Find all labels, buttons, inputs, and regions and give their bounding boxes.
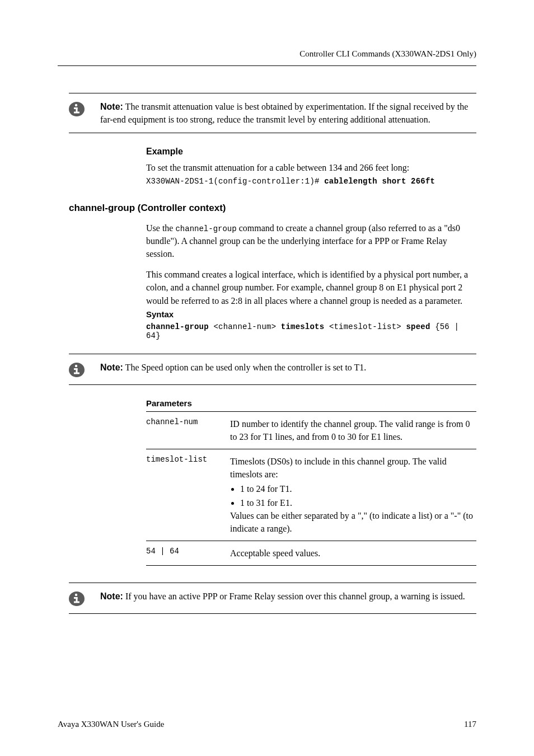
bullet-item: 1 to 31 for E1. [240, 496, 476, 509]
info-icon [69, 591, 85, 607]
note-block-3: Note: If you have an active PPP or Frame… [69, 583, 476, 614]
note-label: Note: [100, 102, 123, 111]
param-desc: Timeslots (DS0s) to include in this chan… [230, 455, 476, 535]
svg-point-1 [75, 104, 77, 106]
syntax-code: channel-group <channel-num> timeslots <t… [146, 322, 476, 340]
note-body: The transmit attenuation value is best o… [100, 102, 468, 124]
svg-point-6 [75, 365, 77, 367]
note-text-2: Note: The Speed option can be used only … [100, 361, 366, 374]
footer-page-number: 117 [464, 720, 476, 729]
parameters-header: Parameters [146, 398, 476, 408]
subsection-title: channel-group (Controller context) [69, 203, 476, 214]
note-label: Note: [100, 363, 123, 372]
subsection-para1: Use the channel-group command to create … [146, 222, 476, 261]
param-desc: ID number to identify the channel group.… [230, 417, 476, 443]
page-header: Controller CLI Commands (X330WAN-2DS1 On… [58, 49, 476, 66]
code-command: cablelength short 266ft [324, 177, 435, 186]
info-icon [69, 362, 85, 378]
footer-left: Avaya X330WAN User's Guide [58, 720, 164, 729]
svg-point-11 [75, 594, 77, 596]
header-title: Controller CLI Commands (X330WAN-2DS1 On… [299, 49, 476, 58]
page-footer: Avaya X330WAN User's Guide 117 [58, 720, 476, 729]
subsection-para2: This command creates a logical interface… [146, 268, 476, 307]
svg-rect-9 [74, 372, 79, 374]
svg-rect-4 [74, 112, 79, 114]
inline-code: channel-group [175, 224, 236, 233]
note-text-1: Note: The transmit attenuation value is … [100, 100, 476, 126]
bullet-item: 1 to 24 for T1. [240, 482, 476, 495]
note-body: The Speed option can be used only when t… [125, 363, 367, 372]
table-row: 54 | 64 Acceptable speed values. [146, 541, 476, 566]
example-code: X330WAN-2DS1-1(config-controller:1)# cab… [146, 177, 476, 186]
param-name: timeslot-list [146, 455, 230, 535]
syntax-header: Syntax [146, 309, 476, 319]
parameters-table: channel-num ID number to identify the ch… [146, 411, 476, 566]
note-block-2: Note: The Speed option can be used only … [69, 354, 476, 385]
param-desc: Acceptable speed values. [230, 547, 476, 560]
info-icon [69, 101, 85, 117]
code-prefix: X330WAN-2DS1-1(config-controller:1)# [146, 177, 324, 186]
example-header: Example [146, 147, 476, 157]
note-body: If you have an active PPP or Frame Relay… [125, 591, 465, 601]
table-row: channel-num ID number to identify the ch… [146, 412, 476, 449]
svg-rect-14 [74, 602, 79, 603]
table-row: timeslot-list Timeslots (DS0s) to includ… [146, 449, 476, 541]
note-label: Note: [100, 591, 123, 601]
example-intro: To set the transmit attenuation for a ca… [146, 161, 476, 174]
param-name: channel-num [146, 417, 230, 443]
note-block-1: Note: The transmit attenuation value is … [69, 93, 476, 133]
param-name: 54 | 64 [146, 547, 230, 560]
note-text-3: Note: If you have an active PPP or Frame… [100, 590, 465, 603]
